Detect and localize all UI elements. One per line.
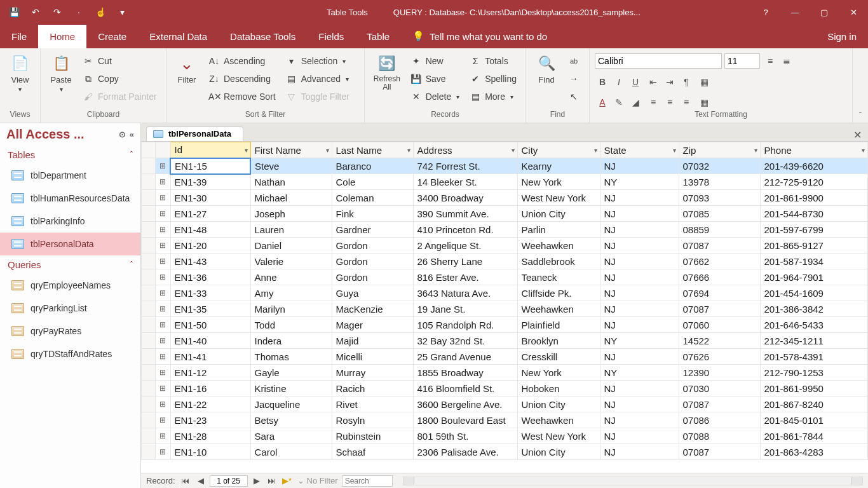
table-row[interactable]: ⊞EN1-39NathanCole14 Bleeker St.New YorkN…: [142, 174, 868, 190]
table-cell[interactable]: 07087: [679, 238, 760, 254]
table-cell[interactable]: Betsy: [250, 412, 332, 428]
font-family-select[interactable]: [595, 53, 722, 69]
table-row[interactable]: ⊞EN1-48LaurenGardner410 Princeton Rd.Par…: [142, 222, 868, 238]
table-row[interactable]: ⊞EN1-41ThomasMicelli25 Grand AvenueCress…: [142, 349, 868, 365]
save-icon[interactable]: 💾: [5, 4, 23, 20]
expand-row-icon[interactable]: ⊞: [156, 317, 171, 333]
table-cell[interactable]: 07662: [679, 254, 760, 269]
table-cell[interactable]: EN1-36: [170, 269, 250, 285]
table-cell[interactable]: EN1-35: [170, 301, 250, 317]
row-selector[interactable]: [142, 444, 156, 460]
table-row[interactable]: ⊞EN1-30MichaelColeman3400 BroadwayWest N…: [142, 190, 868, 206]
table-cell[interactable]: Racich: [332, 381, 413, 396]
table-cell[interactable]: 801 59th St.: [413, 428, 517, 444]
bold-icon[interactable]: B: [595, 75, 610, 89]
table-cell[interactable]: 14 Bleeker St.: [413, 174, 517, 190]
new-record-icon[interactable]: ▶*: [281, 476, 294, 485]
copy-button[interactable]: ⧉Copy: [79, 71, 161, 86]
table-cell[interactable]: Union City: [517, 396, 600, 412]
row-selector[interactable]: [142, 396, 156, 412]
table-cell[interactable]: 201-861-9900: [760, 190, 868, 206]
table-cell[interactable]: 212-345-1211: [760, 333, 868, 349]
nav-table-item[interactable]: tblDepartment: [0, 164, 140, 187]
table-cell[interactable]: Coleman: [332, 190, 413, 206]
underline-icon[interactable]: U: [628, 75, 643, 89]
table-cell[interactable]: Baranco: [332, 158, 413, 174]
table-cell[interactable]: NJ: [600, 206, 679, 222]
table-cell[interactable]: NJ: [600, 317, 679, 333]
column-header[interactable]: State▾: [600, 142, 679, 158]
align-right-icon[interactable]: ≡: [679, 95, 694, 109]
decrease-indent-icon[interactable]: ⇤: [646, 75, 661, 89]
table-cell[interactable]: NJ: [600, 158, 679, 174]
table-cell[interactable]: Murray: [332, 365, 413, 381]
table-cell[interactable]: NY: [600, 365, 679, 381]
table-cell[interactable]: Indera: [250, 333, 332, 349]
row-selector[interactable]: [142, 301, 156, 317]
table-cell[interactable]: 07060: [679, 317, 760, 333]
expand-row-icon[interactable]: ⊞: [156, 396, 171, 412]
nav-section-tables[interactable]: Tablesˆ: [0, 146, 140, 164]
table-row[interactable]: ⊞EN1-20DanielGordon2 Angelique St.Weehaw…: [142, 238, 868, 254]
table-cell[interactable]: Union City: [517, 444, 600, 460]
table-cell[interactable]: 201-861-7844: [760, 428, 868, 444]
format-painter-button[interactable]: 🖌Format Painter: [79, 89, 161, 104]
table-cell[interactable]: 08859: [679, 222, 760, 238]
gridlines-icon[interactable]: ▦: [696, 75, 712, 89]
data-table[interactable]: Id▾First Name▾Last Name▾Address▾City▾Sta…: [141, 142, 868, 460]
tab-database-tools[interactable]: Database Tools: [219, 25, 307, 48]
bullets-icon[interactable]: ≡: [763, 54, 778, 68]
selection-button[interactable]: ▾Selection▾: [282, 53, 353, 69]
table-cell[interactable]: 201-863-4283: [760, 444, 868, 460]
table-cell[interactable]: Thomas: [250, 349, 332, 365]
table-cell[interactable]: Parlin: [517, 222, 600, 238]
maximize-icon[interactable]: ▢: [810, 0, 839, 24]
last-record-icon[interactable]: ⏭: [266, 476, 278, 485]
expand-row-icon[interactable]: ⊞: [156, 444, 171, 460]
table-cell[interactable]: NJ: [600, 381, 679, 396]
table-cell[interactable]: EN1-33: [170, 285, 250, 301]
find-button[interactable]: 🔍 Find: [531, 51, 562, 87]
table-cell[interactable]: 3600 Bergeline Ave.: [413, 396, 517, 412]
table-cell[interactable]: Teaneck: [517, 269, 600, 285]
increase-indent-icon[interactable]: ⇥: [662, 75, 677, 89]
expand-row-icon[interactable]: ⊞: [156, 254, 171, 269]
toggle-filter-button[interactable]: ▽Toggle Filter: [282, 89, 353, 104]
descending-button[interactable]: Z↓Descending: [205, 71, 280, 86]
table-cell[interactable]: 201-964-7901: [760, 269, 868, 285]
column-filter-icon[interactable]: ▾: [407, 147, 410, 154]
table-cell[interactable]: Marilyn: [250, 301, 332, 317]
close-icon[interactable]: ✕: [839, 0, 868, 24]
expand-row-icon[interactable]: ⊞: [156, 381, 171, 396]
table-cell[interactable]: 416 Bloomfield St.: [413, 381, 517, 396]
row-selector[interactable]: [142, 190, 156, 206]
table-cell[interactable]: 390 Summit Ave.: [413, 206, 517, 222]
table-row[interactable]: ⊞EN1-28SaraRubinstein801 59th St.West Ne…: [142, 428, 868, 444]
table-cell[interactable]: 07666: [679, 269, 760, 285]
table-row[interactable]: ⊞EN1-10CarolSchaaf2306 Palisade Ave.Unio…: [142, 444, 868, 460]
table-cell[interactable]: 07032: [679, 158, 760, 174]
table-cell[interactable]: MacKenzie: [332, 301, 413, 317]
table-cell[interactable]: New York: [517, 174, 600, 190]
nav-collapse-icon[interactable]: «: [130, 130, 134, 139]
expand-row-icon[interactable]: ⊞: [156, 269, 171, 285]
row-selector[interactable]: [142, 428, 156, 444]
more-button[interactable]: ▤More▾: [466, 89, 520, 104]
expand-row-icon[interactable]: ⊞: [156, 174, 171, 190]
table-cell[interactable]: NJ: [600, 396, 679, 412]
table-cell[interactable]: EN1-48: [170, 222, 250, 238]
row-selector[interactable]: [142, 333, 156, 349]
table-cell[interactable]: NJ: [600, 285, 679, 301]
table-cell[interactable]: Nathan: [250, 174, 332, 190]
table-cell[interactable]: 07086: [679, 412, 760, 428]
column-header[interactable]: Zip▾: [679, 142, 760, 158]
filter-button[interactable]: ⌄ Filter: [172, 51, 202, 87]
nav-query-item[interactable]: qryTDStaffAndRates: [0, 342, 140, 365]
row-selector[interactable]: [142, 158, 156, 174]
table-cell[interactable]: 201-578-4391: [760, 349, 868, 365]
table-row[interactable]: ⊞EN1-15SteveBaranco742 Forrest St.Kearny…: [142, 158, 868, 174]
table-cell[interactable]: 201-646-5433: [760, 317, 868, 333]
table-cell[interactable]: 13978: [679, 174, 760, 190]
fill-color-icon[interactable]: ◢: [628, 95, 643, 109]
table-cell[interactable]: 742 Forrest St.: [413, 158, 517, 174]
